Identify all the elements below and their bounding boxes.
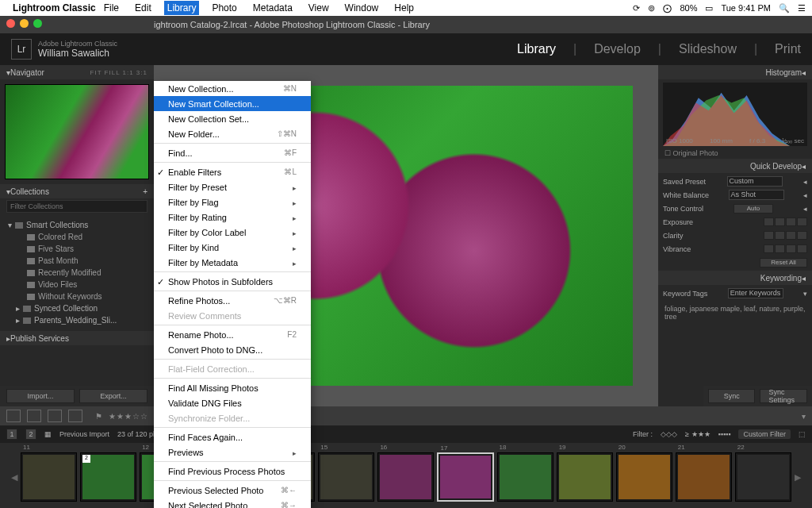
export-button[interactable]: Export... [79,389,147,403]
smart-collections-folder[interactable]: ▾Smart Collections [8,219,146,231]
menu-help[interactable]: Help [391,1,417,15]
navigator-zoom-modes[interactable]: FIT FILL 1:1 3:1 [90,69,147,76]
filmstrip-thumb[interactable]: 15 [318,452,374,502]
menu-item[interactable]: Previews [154,444,311,460]
menu-item[interactable]: Show Photos in Subfolders [154,274,311,289]
filmstrip-thumb[interactable]: 22 [735,452,791,502]
menu-item[interactable]: Filter by Rating [154,210,311,225]
filmstrip-thumb[interactable]: 2 [80,452,136,502]
filmstrip-thumb[interactable]: 11 [21,452,77,502]
survey-view-button[interactable] [68,410,82,422]
spotlight-icon[interactable]: 🔍 [779,3,790,13]
primary-display-btn[interactable]: 1 [6,429,17,440]
menu-metadata[interactable]: Metadata [250,1,296,15]
disclosure-icon[interactable]: ▾ [803,290,807,298]
menu-item[interactable]: Enable Filters⌘L [154,164,311,179]
original-photo-check[interactable]: ☐ Original Photo [658,148,812,159]
menu-library[interactable]: Library [164,1,200,15]
menu-item[interactable]: Previous Selected Photo⌘← [154,483,311,498]
collection-item[interactable]: Past Month [8,255,146,267]
publish-header[interactable]: ▸ Publish Services [0,331,154,345]
custom-filter-select[interactable]: Custom Filter [738,429,791,439]
menu-edit[interactable]: Edit [132,1,155,15]
filter-collections-input[interactable] [6,200,147,213]
collection-item[interactable]: Colored Red [8,231,146,243]
grid-icon[interactable]: ▦ [44,430,52,438]
filmstrip-thumb[interactable]: 20 [616,452,672,502]
menu-item[interactable]: Filter by Color Label [154,225,311,240]
filmstrip[interactable]: ◀ 11212132141516171819202122▶ [0,443,812,508]
collection-item[interactable]: Five Stars [8,243,146,255]
menu-item[interactable]: Find...⌘F [154,145,311,160]
filter-lock-icon[interactable]: ⬚ [799,430,806,438]
keywording-header[interactable]: Keywording ◂ [658,271,812,285]
exposure-steppers[interactable] [764,217,807,226]
menu-item[interactable]: Convert Photo to DNG... [154,342,311,357]
vibrance-steppers[interactable] [764,244,807,253]
menu-item[interactable]: Rename Photo...F2 [154,327,311,342]
histogram-header[interactable]: Histogram ◂ [658,65,812,79]
secondary-display-btn[interactable]: 2 [25,429,36,440]
menu-item[interactable]: Refine Photos...⌥⌘R [154,293,311,308]
menu-item[interactable]: New Smart Collection... [154,96,311,111]
filmstrip-left-icon[interactable]: ◀ [11,472,17,483]
menu-file[interactable]: File [101,1,122,15]
saved-preset-select[interactable]: Custom [727,176,783,187]
cloud-icon[interactable]: ⟳ [633,3,640,13]
histogram-display[interactable]: ISO 1000 100 mm f / 6.3 ¹⁄₂₀₀ sec [663,83,807,146]
import-button[interactable]: Import... [6,389,75,403]
menu-item[interactable]: Find Previous Process Photos [154,464,311,479]
module-library[interactable]: Library [517,42,556,56]
flag-filter-icons[interactable]: ◇◇◇ [661,430,677,438]
filmstrip-thumb[interactable]: 17 [437,452,493,502]
menu-icon[interactable]: ☰ [798,3,806,13]
collection-item[interactable]: ▸Parents_Wedding_Sli... [8,314,146,326]
collection-item[interactable]: ▸Synced Collection [8,302,146,314]
compare-view-button[interactable] [48,410,62,422]
cc-icon[interactable]: ⊚ [648,3,655,13]
disclosure-icon[interactable]: ◂ [803,205,807,213]
filmstrip-thumb[interactable]: 18 [497,452,553,502]
wb-select[interactable]: As Shot [729,190,784,200]
filmstrip-thumb[interactable]: 21 [676,452,732,502]
menu-item[interactable]: Filter by Metadata [154,255,311,270]
collections-header[interactable]: ▾ Collections + [0,184,154,198]
reset-all-button[interactable]: Reset All [760,258,807,267]
auto-tone-button[interactable]: Auto [733,204,773,214]
sync-button[interactable]: Sync [708,389,756,403]
add-icon[interactable]: + [143,187,147,196]
menu-item[interactable]: Filter by Flag [154,194,311,210]
menu-item[interactable]: New Folder...⇧⌘N [154,126,311,141]
clarity-steppers[interactable] [764,231,807,240]
menu-window[interactable]: Window [342,1,382,15]
menu-item[interactable]: Next Selected Photo⌘→ [154,498,311,508]
sync-settings-button[interactable]: Sync Settings [760,389,807,403]
menu-item[interactable]: New Collection Set... [154,111,311,126]
keyword-mode-select[interactable]: Enter Keywords [728,288,783,298]
menu-photo[interactable]: Photo [209,1,239,15]
quick-develop-header[interactable]: Quick Develop ◂ [658,159,812,173]
window-traffic-lights[interactable] [6,19,42,28]
menu-item[interactable]: Filter by Kind [154,240,311,255]
rating-filter[interactable]: ≥ ★★★ [685,430,710,438]
filmstrip-right-icon[interactable]: ▶ [795,472,801,483]
wifi-icon[interactable]: ⨀ [663,3,672,13]
filmstrip-thumb[interactable]: 16 [377,452,434,502]
menu-item[interactable]: New Collection...⌘N [154,81,311,96]
module-develop[interactable]: Develop [594,42,641,56]
color-filter-icons[interactable]: ▪▪▪▪▪ [718,430,731,438]
menu-item[interactable]: Filter by Preset [154,179,311,194]
navigator-thumbnail[interactable] [5,84,149,179]
menu-view[interactable]: View [305,1,332,15]
menu-item[interactable]: Find All Missing Photos [154,380,311,395]
rating-stars[interactable]: ★★★☆☆ [109,412,148,421]
disclosure-icon[interactable]: ◂ [803,191,807,199]
grid-view-button[interactable] [6,410,21,422]
filmstrip-thumb[interactable]: 19 [557,452,613,502]
navigator-header[interactable]: ▾ Navigator FIT FILL 1:1 3:1 [0,65,154,79]
collection-item[interactable]: Video Files [8,279,146,291]
module-slideshow[interactable]: Slideshow [679,42,737,56]
module-print[interactable]: Print [775,42,801,56]
source-label[interactable]: Previous Import [59,430,109,438]
menu-item[interactable]: Find Faces Again... [154,429,311,444]
